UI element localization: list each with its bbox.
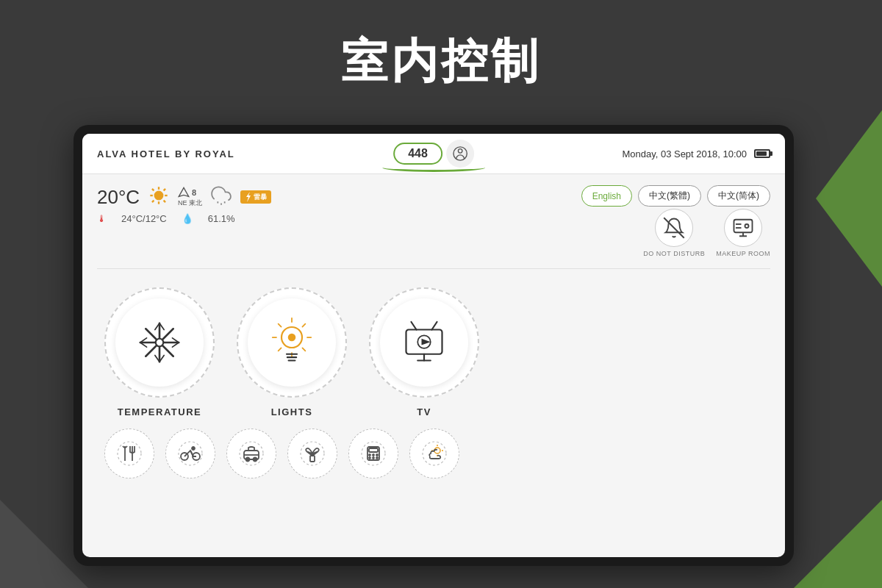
lights-circle <box>237 287 347 398</box>
svg-point-74 <box>376 454 378 456</box>
lang-btn-traditional[interactable]: 中文(繁體) <box>638 185 701 207</box>
temperature-main: 20°C <box>97 186 140 209</box>
svg-line-41 <box>279 324 282 327</box>
lightbulb-icon <box>266 317 318 368</box>
dining-icon <box>104 429 154 478</box>
svg-point-77 <box>376 457 378 459</box>
do-not-disturb-icon-circle <box>655 209 693 247</box>
tv-circle <box>369 287 479 398</box>
lights-inner <box>248 298 336 387</box>
svg-point-66 <box>254 458 257 462</box>
snowflake-icon <box>134 317 185 368</box>
svg-point-55 <box>118 442 141 465</box>
tv-inner <box>380 298 468 387</box>
header-bar: ALVA HOTEL BY ROYAL 448 Monday, 03 Sept … <box>82 134 785 174</box>
lights-control[interactable]: LIGHTS <box>237 287 347 417</box>
wind-direction: NE 東北 <box>178 198 202 208</box>
lang-btn-english[interactable]: English <box>581 185 632 207</box>
svg-point-73 <box>373 454 374 456</box>
svg-point-72 <box>369 454 370 456</box>
svg-line-49 <box>412 322 417 330</box>
do-not-disturb-label: DO NOT DISTURB <box>643 250 705 257</box>
weather-actions-row: 20°C <box>97 185 770 257</box>
lang-btn-simplified[interactable]: 中文(简体) <box>707 185 770 207</box>
temperature-control[interactable]: TEMPERATURE <box>104 287 215 417</box>
right-section: English 中文(繁體) 中文(简体) <box>581 185 770 257</box>
svg-rect-68 <box>310 456 315 462</box>
decorative-triangle-bottom-right <box>794 500 882 588</box>
temp-high-low: 24°C/12°C <box>121 213 167 224</box>
hotel-name: ALVA HOTEL BY ROYAL <box>97 148 235 159</box>
svg-line-9 <box>164 189 165 190</box>
wind-info: 8 NE 東北 <box>178 187 202 208</box>
calculator-icon <box>348 429 398 478</box>
svg-point-62 <box>192 447 195 450</box>
header-center: 448 <box>393 140 474 168</box>
temperature-inner <box>115 298 204 387</box>
temperature-circle <box>104 287 215 398</box>
svg-line-42 <box>302 348 305 351</box>
svg-line-10 <box>152 201 154 202</box>
svg-point-63 <box>240 442 263 465</box>
transport-icon <box>226 429 276 478</box>
lights-label: LIGHTS <box>271 406 313 417</box>
calculator-button[interactable] <box>348 429 398 478</box>
decorative-triangle-right <box>816 110 882 287</box>
svg-point-65 <box>246 458 250 462</box>
battery-icon <box>754 149 770 158</box>
svg-line-7 <box>152 189 154 190</box>
weather-forecast-button[interactable] <box>409 429 459 478</box>
concierge-button[interactable] <box>287 429 337 478</box>
svg-line-43 <box>302 324 305 327</box>
svg-point-2 <box>154 191 163 200</box>
svg-line-44 <box>279 348 282 351</box>
svg-line-50 <box>432 322 437 330</box>
thunder-label: 雷暴 <box>254 193 267 202</box>
sun-icon <box>148 185 169 209</box>
makeup-room-button[interactable]: MAKEUP ROOM <box>716 209 770 257</box>
svg-line-8 <box>164 201 165 202</box>
svg-point-34 <box>156 339 164 347</box>
svg-marker-16 <box>246 192 251 202</box>
svg-point-78 <box>423 442 446 465</box>
makeup-room-icon-circle <box>724 209 762 247</box>
wind-speed: 8 <box>192 188 196 197</box>
dining-button[interactable] <box>104 429 154 478</box>
header-underline <box>382 163 485 172</box>
header-right: Monday, 03 Sept 2018, 10:00 <box>622 148 770 159</box>
svg-rect-18 <box>734 220 753 233</box>
makeup-room-label: MAKEUP ROOM <box>716 250 770 257</box>
humidity-value: 61.1% <box>208 213 235 224</box>
thermometer-icon: 🌡 <box>97 213 107 224</box>
cycling-icon <box>165 429 215 478</box>
tablet-screen: ALVA HOTEL BY ROYAL 448 Monday, 03 Sept … <box>82 134 785 557</box>
cycling-button[interactable] <box>165 429 215 478</box>
svg-point-76 <box>373 457 374 459</box>
svg-point-1 <box>458 149 462 154</box>
concierge-icon <box>287 429 337 478</box>
main-controls: TEMPERATURE <box>97 287 770 417</box>
action-icons-row: DO NOT DISTURB <box>643 209 770 257</box>
weather-detail-row: 🌡 24°C/12°C 💧 61.1% <box>97 213 271 224</box>
transport-button[interactable] <box>226 429 276 478</box>
page-title: 室内控制 <box>0 0 882 115</box>
svg-marker-11 <box>179 187 188 196</box>
content-area: 20°C <box>82 174 785 490</box>
temperature-label: TEMPERATURE <box>118 406 201 417</box>
svg-point-19 <box>745 224 749 228</box>
tv-icon <box>398 317 450 368</box>
tv-label: TV <box>417 406 431 417</box>
datetime: Monday, 03 Sept 2018, 10:00 <box>622 148 747 159</box>
tv-control[interactable]: TV <box>369 287 479 417</box>
svg-point-75 <box>369 457 370 459</box>
svg-point-69 <box>362 442 385 465</box>
weather-section: 20°C <box>97 185 271 224</box>
do-not-disturb-button[interactable]: DO NOT DISTURB <box>643 209 705 257</box>
weather-main-row: 20°C <box>97 185 271 209</box>
tablet-frame: ALVA HOTEL BY ROYAL 448 Monday, 03 Sept … <box>74 125 794 566</box>
svg-rect-71 <box>369 448 378 452</box>
humidity-icon: 💧 <box>182 213 193 224</box>
room-number-badge[interactable]: 448 <box>393 143 442 165</box>
rain-icon <box>211 185 232 209</box>
svg-marker-54 <box>422 339 431 345</box>
